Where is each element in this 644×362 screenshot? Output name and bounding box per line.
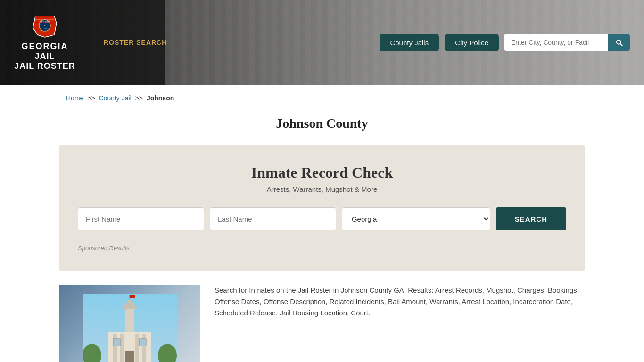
logo-roster: JAIL ROSTER <box>14 61 75 71</box>
state-select[interactable]: Georgia <box>342 207 490 230</box>
page-title: Johnson County <box>0 116 644 131</box>
breadcrumb: Home >> County Jail >> Johnson <box>0 85 644 111</box>
logo-jail: JAIL <box>34 51 55 61</box>
bottom-section: Search for Inmates on the Jail Roster in… <box>0 271 644 362</box>
bottom-image <box>59 285 200 362</box>
city-police-button[interactable]: City Police <box>445 34 499 51</box>
courthouse-icon <box>83 294 177 362</box>
header-search-button[interactable] <box>608 34 630 51</box>
first-name-input[interactable] <box>78 207 204 230</box>
header-right: County Jails City Police <box>380 34 630 51</box>
svg-rect-14 <box>113 334 117 362</box>
svg-rect-6 <box>35 19 54 20</box>
bottom-description: Search for Inmates on the Jail Roster in… <box>215 285 585 319</box>
logo-area[interactable]: GEORGIA ★ 1776 GEORGIA JAIL JAIL ROSTER <box>14 14 75 71</box>
search-icon <box>615 38 623 47</box>
breadcrumb-sep1: >> <box>87 94 95 102</box>
header: GEORGIA ★ 1776 GEORGIA JAIL JAIL ROSTER … <box>0 0 644 85</box>
svg-rect-16 <box>135 334 139 362</box>
record-check-title: Inmate Record Check <box>78 164 566 181</box>
header-search-input[interactable] <box>504 34 608 50</box>
svg-rect-19 <box>113 339 120 346</box>
svg-rect-17 <box>142 334 146 362</box>
header-search-bar <box>504 34 630 51</box>
svg-rect-7 <box>35 22 54 23</box>
svg-rect-24 <box>130 295 135 298</box>
breadcrumb-sep2: >> <box>135 94 143 102</box>
svg-rect-5 <box>35 16 54 17</box>
record-check-form: Georgia SEARCH <box>78 207 566 230</box>
sponsored-results-label: Sponsored Results <box>78 245 566 252</box>
breadcrumb-current: Johnson <box>147 94 174 102</box>
roster-search-nav[interactable]: ROSTER SEARCH <box>104 39 167 46</box>
record-check-section: Inmate Record Check Arrests, Warrants, M… <box>59 145 585 271</box>
svg-rect-15 <box>120 334 124 362</box>
record-check-subtitle: Arrests, Warrants, Mugshot & More <box>78 185 566 193</box>
header-content: GEORGIA ★ 1776 GEORGIA JAIL JAIL ROSTER … <box>0 0 644 85</box>
svg-text:1776: 1776 <box>43 27 48 30</box>
logo-georgia: GEORGIA <box>21 41 68 51</box>
svg-rect-12 <box>125 308 134 332</box>
svg-rect-18 <box>125 351 134 362</box>
svg-rect-20 <box>139 339 146 346</box>
breadcrumb-home[interactable]: Home <box>66 94 83 102</box>
last-name-input[interactable] <box>210 207 336 230</box>
breadcrumb-county-jail[interactable]: County Jail <box>99 94 132 102</box>
svg-text:★: ★ <box>44 25 46 27</box>
record-search-button[interactable]: SEARCH <box>496 207 566 230</box>
georgia-state-icon: GEORGIA ★ 1776 <box>31 14 59 40</box>
county-jails-button[interactable]: County Jails <box>380 34 439 51</box>
